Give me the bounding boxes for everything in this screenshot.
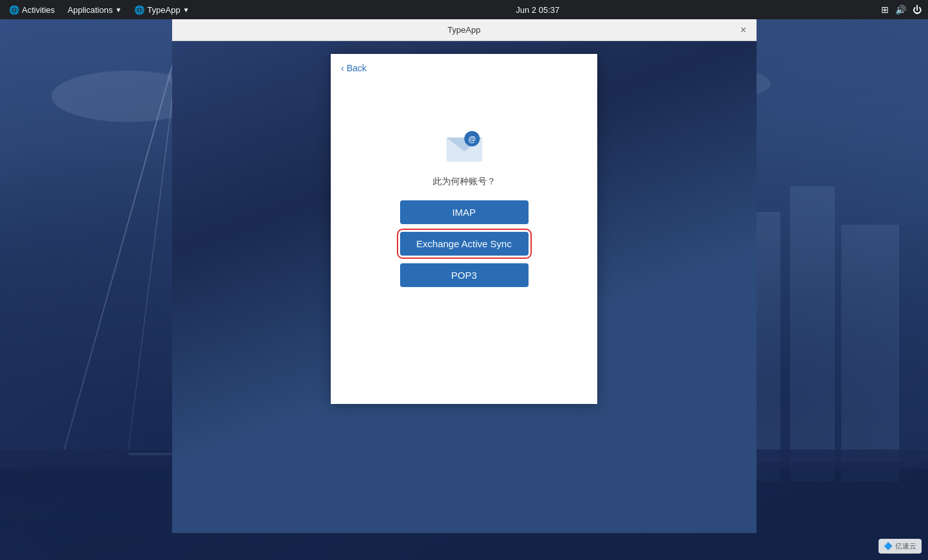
watermark: 🔷 亿速云 [879,539,922,554]
exchange-active-sync-button[interactable]: Exchange Active Sync [400,232,529,256]
mail-icon-container: @ [445,131,484,163]
back-link[interactable]: ‹ Back [341,63,367,73]
typeapp-label: TypeApp [147,5,180,15]
datetime-label: Jun 2 05:37 [516,5,559,15]
taskbar-typeapp[interactable]: 🌐 TypeApp ▼ [129,4,194,16]
window-body: ‹ Back @ 此为何种账号？ [172,41,757,533]
taskbar-activities[interactable]: 🌐 Activities [4,4,60,16]
power-icon[interactable]: ⏻ [913,4,922,15]
content-panel: ‹ Back @ 此为何种账号？ [331,54,597,404]
display-icon[interactable]: ⊞ [881,4,889,15]
account-type-buttons: IMAP Exchange Active Sync POP3 [400,200,529,287]
back-label: Back [347,63,367,73]
typeapp-chevron-icon: ▼ [183,6,189,13]
taskbar-applications[interactable]: Applications ▼ [62,4,127,16]
window-title: TypeApp [448,25,480,35]
watermark-icon: 🔷 [884,542,893,550]
activities-icon: 🌐 [9,5,19,15]
taskbar-clock: Jun 2 05:37 [195,5,881,15]
account-type-question: 此为何种账号？ [433,176,496,188]
app-window: TypeApp × ‹ Back [172,19,757,533]
close-icon: × [740,24,746,36]
imap-button[interactable]: IMAP [400,200,529,224]
taskbar: 🌐 Activities Applications ▼ 🌐 TypeApp ▼ … [0,0,928,19]
volume-icon[interactable]: 🔊 [895,4,906,15]
taskbar-right: ⊞ 🔊 ⏻ [881,4,928,15]
mail-icon: @ [445,131,484,163]
typeapp-globe-icon: 🌐 [134,5,144,15]
activities-label: Activities [22,5,55,15]
applications-chevron-icon: ▼ [115,6,121,13]
svg-text:@: @ [468,135,476,144]
window-close-button[interactable]: × [737,24,750,37]
pop3-button[interactable]: POP3 [400,263,529,287]
applications-label: Applications [67,5,112,15]
back-chevron-icon: ‹ [341,63,344,73]
watermark-text: 亿速云 [895,541,916,551]
window-titlebar: TypeApp × [172,19,757,41]
